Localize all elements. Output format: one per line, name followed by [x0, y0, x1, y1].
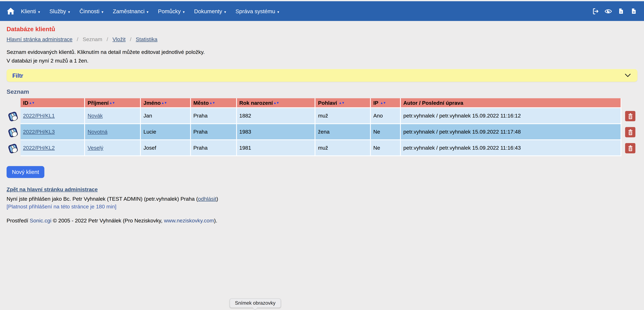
- nav-item-sluzby[interactable]: Služby ▾: [50, 8, 70, 14]
- client-id-link[interactable]: 2022/PH/KL3: [23, 129, 55, 135]
- sort-icons[interactable]: ▲▼: [161, 101, 167, 105]
- breadcrumb-separator: /: [77, 36, 78, 42]
- nav-item-dokumenty[interactable]: Dokumenty ▾: [194, 8, 226, 14]
- eye-icon[interactable]: [604, 8, 612, 15]
- nav-item-label: Správa systému: [236, 8, 275, 14]
- svg-text:x: x: [620, 10, 622, 14]
- copyright-text: ).: [214, 217, 217, 224]
- client-ip: Ne: [373, 129, 380, 135]
- trash-icon: [626, 113, 634, 120]
- navbar-toolbar: x w: [592, 8, 638, 15]
- breadcrumb-current-seznam: Seznam: [82, 36, 102, 42]
- client-city: Praha: [193, 145, 208, 151]
- list-heading: Seznam: [6, 88, 638, 95]
- delete-button[interactable]: [625, 111, 635, 121]
- new-client-button[interactable]: Nový klient: [6, 166, 44, 178]
- main-navbar: Klienti ▾ Služby ▾ Činnosti ▾ Zaměstnanc…: [0, 1, 644, 21]
- breadcrumb-separator: /: [130, 36, 131, 42]
- chevron-down-icon: ▾: [224, 10, 226, 14]
- sonic-cgi-link[interactable]: Sonic.cgi: [30, 217, 52, 224]
- detail-hand-icon[interactable]: [6, 142, 19, 155]
- home-button[interactable]: [6, 7, 15, 15]
- sort-icons[interactable]: ▲▼: [273, 101, 279, 105]
- client-surname-link[interactable]: Novák: [88, 113, 103, 119]
- trash-icon: [626, 129, 634, 136]
- chevron-down-icon: ▾: [147, 10, 148, 14]
- client-ip: Ne: [373, 145, 380, 151]
- chevron-down-icon: ▾: [277, 10, 279, 14]
- client-id-link[interactable]: 2022/PH/KL1: [23, 113, 55, 119]
- back-to-admin-link[interactable]: Zpět na hlavní stránku administrace: [6, 186, 98, 192]
- client-surname-link[interactable]: Veselý: [88, 145, 104, 151]
- client-gender: muž: [318, 113, 328, 119]
- login-status-suffix: ): [216, 196, 218, 202]
- column-label: Příjmení: [88, 100, 109, 106]
- client-author: petr.vyhnalek / petr.vyhnalek 15.09.2022…: [403, 145, 521, 151]
- export-excel-icon[interactable]: x: [617, 8, 625, 15]
- icon-column-spacer: [6, 98, 20, 108]
- chevron-down-icon[interactable]: [624, 72, 632, 79]
- filter-accordion[interactable]: Filtr: [6, 69, 638, 82]
- neziskovky-link[interactable]: www.neziskovky.com: [164, 217, 214, 224]
- home-icon: [6, 7, 15, 15]
- column-label: Jméno: [144, 100, 161, 106]
- nav-item-zamestnanci[interactable]: Zaměstnanci ▾: [113, 8, 148, 14]
- breadcrumb-separator: /: [107, 36, 108, 42]
- nav-item-sprava-systemu[interactable]: Správa systému ▾: [236, 8, 279, 14]
- client-id-link[interactable]: 2022/PH/KL2: [23, 145, 55, 151]
- nav-item-cinnosti[interactable]: Činnosti ▾: [80, 8, 104, 14]
- delete-button[interactable]: [625, 127, 635, 137]
- column-header-mesto[interactable]: Město▲▼: [191, 98, 237, 108]
- sort-icons[interactable]: ▲▼: [339, 101, 344, 105]
- column-header-jmeno[interactable]: Jméno▲▼: [141, 98, 191, 108]
- trash-icon: [626, 144, 634, 152]
- sort-icons[interactable]: ▲▼: [209, 101, 215, 105]
- session-validity-note: [Platnost přihlášení na této stránce je …: [6, 203, 638, 211]
- nav-item-pomucky[interactable]: Pomůcky ▾: [158, 8, 184, 14]
- page-title: Databáze klientů: [6, 26, 638, 33]
- logout-link[interactable]: odhlásit: [198, 196, 216, 202]
- chevron-down-icon: ▾: [38, 10, 40, 14]
- table-row: 2022/PH/KL3 Novotná Lucie Praha 1983 žen…: [6, 124, 638, 140]
- chevron-down-icon: ▾: [183, 10, 184, 14]
- client-name: Josef: [144, 145, 156, 151]
- filter-label: Filtr: [12, 72, 23, 79]
- description-line-1: Seznam evidovaných klientů. Kliknutím na…: [6, 48, 638, 56]
- column-header-prijmeni[interactable]: Příjmení▲▼: [85, 98, 141, 108]
- export-word-icon[interactable]: w: [630, 8, 638, 15]
- column-header-id[interactable]: ID▲▼: [20, 98, 85, 108]
- table-row: 2022/PH/KL2 Veselý Josef Praha 1981 muž …: [6, 140, 638, 156]
- breadcrumb: Hlavní stránka administrace / Seznam / V…: [6, 36, 638, 42]
- sort-icons[interactable]: ▲▼: [109, 101, 115, 105]
- column-header-rok-narozeni[interactable]: Rok narození▲▼: [237, 98, 316, 108]
- copyright-text: © 2005 - 2022 Petr Vyhnálek (Pro Nezisko…: [51, 217, 164, 224]
- detail-hand-icon[interactable]: [6, 126, 19, 139]
- detail-hand-icon[interactable]: [6, 110, 19, 123]
- screenshot-tooltip: Snímek obrazovky: [230, 298, 281, 308]
- nav-item-label: Služby: [50, 8, 66, 14]
- client-city: Praha: [193, 129, 208, 135]
- client-gender: žena: [318, 129, 330, 135]
- login-status-text: Nyní jste přihlášen jako Bc. Petr Vyhnal…: [6, 196, 198, 202]
- action-column-spacer: [621, 98, 638, 108]
- column-label: Pohlaví: [318, 100, 337, 106]
- table-row: 2022/PH/KL1 Novák Jan Praha 1882 muž Ano…: [6, 108, 638, 124]
- logout-icon[interactable]: [592, 8, 599, 15]
- column-header-pohlavi[interactable]: Pohlaví▲▼: [316, 98, 371, 108]
- column-label: Autor / Poslední úprava: [403, 100, 463, 106]
- breadcrumb-link-statistika[interactable]: Statistika: [136, 36, 158, 42]
- breadcrumb-link-admin-home[interactable]: Hlavní stránka administrace: [6, 36, 72, 42]
- breadcrumb-link-vlozit[interactable]: Vložit: [112, 36, 126, 42]
- chevron-down-icon: ▾: [102, 10, 104, 14]
- copyright-line: Prostředí Sonic.cgi © 2005 - 2022 Petr V…: [6, 217, 638, 224]
- sort-icons[interactable]: ▲▼: [29, 101, 34, 105]
- column-header-ip[interactable]: IP▲▼: [371, 98, 401, 108]
- client-surname-link[interactable]: Novotná: [88, 129, 108, 135]
- sort-icons[interactable]: ▲▼: [380, 101, 386, 105]
- nav-item-klienti[interactable]: Klienti ▾: [21, 8, 40, 14]
- delete-button[interactable]: [625, 143, 635, 153]
- client-birth-year: 1882: [240, 113, 251, 119]
- nav-item-label: Zaměstnanci: [113, 8, 145, 14]
- column-label: IP: [373, 100, 378, 106]
- page: Klienti ▾ Služby ▾ Činnosti ▾ Zaměstnanc…: [0, 0, 644, 310]
